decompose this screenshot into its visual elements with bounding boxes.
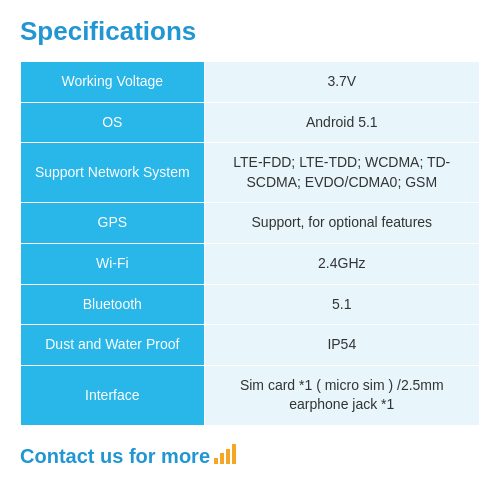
table-row: Working Voltage3.7V — [21, 62, 480, 103]
table-row: Bluetooth5.1 — [21, 284, 480, 325]
svg-rect-0 — [214, 458, 218, 464]
row-label: Interface — [21, 365, 205, 425]
row-value: Support, for optional features — [204, 203, 479, 244]
table-row: InterfaceSim card *1 ( micro sim ) /2.5m… — [21, 365, 480, 425]
row-label: GPS — [21, 203, 205, 244]
row-value: Android 5.1 — [204, 102, 479, 143]
signal-icon — [214, 444, 238, 469]
row-value: 2.4GHz — [204, 243, 479, 284]
row-label: Support Network System — [21, 143, 205, 203]
contact-text: Contact us for more — [20, 445, 210, 468]
row-label: Bluetooth — [21, 284, 205, 325]
row-label: Wi-Fi — [21, 243, 205, 284]
svg-rect-1 — [220, 453, 224, 464]
table-row: OSAndroid 5.1 — [21, 102, 480, 143]
svg-rect-3 — [232, 444, 236, 464]
table-row: Support Network SystemLTE-FDD; LTE-TDD; … — [21, 143, 480, 203]
page-title: Specifications — [20, 16, 480, 47]
svg-rect-2 — [226, 449, 230, 464]
row-value: Sim card *1 ( micro sim ) /2.5mm earphon… — [204, 365, 479, 425]
contact-section: Contact us for more — [20, 444, 480, 469]
row-label: Dust and Water Proof — [21, 325, 205, 366]
row-value: 3.7V — [204, 62, 479, 103]
row-value: LTE-FDD; LTE-TDD; WCDMA; TD-SCDMA; EVDO/… — [204, 143, 479, 203]
row-value: 5.1 — [204, 284, 479, 325]
row-label: OS — [21, 102, 205, 143]
table-row: Wi-Fi2.4GHz — [21, 243, 480, 284]
table-row: GPSSupport, for optional features — [21, 203, 480, 244]
table-row: Dust and Water ProofIP54 — [21, 325, 480, 366]
specs-table: Working Voltage3.7VOSAndroid 5.1Support … — [20, 61, 480, 426]
row-label: Working Voltage — [21, 62, 205, 103]
row-value: IP54 — [204, 325, 479, 366]
